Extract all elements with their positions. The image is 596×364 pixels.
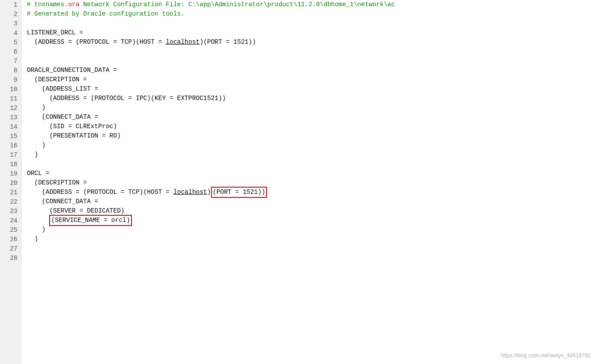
code-line: (SERVICE_NAME = orcl): [27, 216, 596, 225]
code-segment: (ADDRESS = (PROTOCOL = TCP)(HOST =: [27, 38, 166, 47]
code-segment: (PRESENTATION = RO): [27, 131, 121, 141]
code-segment: (CONNECT_DATA =: [27, 197, 98, 206]
code-content: # tnsnames.ora Network Configuration Fil…: [21, 0, 596, 364]
line-number: 18: [0, 159, 21, 169]
line-number: 14: [0, 122, 21, 131]
code-line: ORCL =: [27, 169, 596, 178]
code-segment: (DESCRIPTION =: [27, 178, 87, 188]
line-number: 11: [0, 94, 21, 103]
code-segment: [27, 216, 49, 225]
line-number: 6: [0, 47, 21, 56]
line-number: 12: [0, 103, 21, 113]
line-number: 24: [0, 216, 21, 225]
code-line: # Generated by Oracle configuration tool…: [27, 9, 596, 19]
line-number: 17: [0, 150, 21, 159]
code-segment: ): [207, 188, 211, 197]
line-number: 23: [0, 206, 21, 216]
code-line: ORACLR_CONNECTION_DATA =: [27, 66, 596, 75]
code-line: (SID = CLRExtProc): [27, 122, 596, 131]
code-segment: )(PORT = 1521)): [199, 38, 256, 47]
code-segment: (ADDRESS = (PROTOCOL = IPC)(KEY = EXTPRO…: [27, 94, 226, 103]
code-segment: localhost: [166, 38, 200, 47]
line-number: 5: [0, 38, 21, 47]
code-line: [27, 159, 596, 169]
line-number-gutter: 1234567891011121314151617181920212223242…: [0, 0, 21, 364]
code-segment: ): [27, 234, 38, 244]
watermark: https://blog.csdn.net/weiyn_44618792: [501, 352, 591, 359]
code-line: ): [27, 225, 596, 234]
code-line: (DESCRIPTION =: [27, 178, 596, 188]
code-segment: ora: [68, 0, 79, 9]
code-segment: # Generated by Oracle configuration tool…: [27, 9, 185, 19]
code-segment: (SERVER = DEDICATED): [27, 206, 124, 216]
code-line: [27, 47, 596, 56]
line-number: 4: [0, 28, 21, 38]
code-viewer: 1234567891011121314151617181920212223242…: [0, 0, 596, 364]
code-line: [27, 244, 596, 253]
code-line: [27, 19, 596, 28]
code-line: (CONNECT_DATA =: [27, 113, 596, 122]
code-line: ): [27, 141, 596, 150]
line-number: 28: [0, 253, 21, 263]
line-number: 8: [0, 66, 21, 75]
code-line: (CONNECT_DATA =: [27, 197, 596, 206]
code-line: ): [27, 103, 596, 113]
code-line: ): [27, 234, 596, 244]
line-number: 19: [0, 169, 21, 178]
line-number: 20: [0, 178, 21, 188]
code-line: ): [27, 150, 596, 159]
code-segment: ): [27, 103, 46, 113]
line-number: 13: [0, 113, 21, 122]
code-line: [27, 56, 596, 66]
code-line: LISTENER_ORCL =: [27, 28, 596, 38]
line-number: 27: [0, 244, 21, 253]
code-segment: (CONNECT_DATA =: [27, 113, 98, 122]
line-number: 25: [0, 225, 21, 234]
code-segment: (PORT = 1521)): [211, 187, 267, 198]
code-segment: ): [27, 141, 46, 150]
line-number: 21: [0, 188, 21, 197]
code-segment: # tnsnames.: [27, 0, 68, 9]
code-segment: (SID = CLRExtProc): [27, 122, 117, 131]
line-number: 3: [0, 19, 21, 28]
code-segment: (SERVICE_NAME = orcl): [49, 215, 131, 226]
code-line: (ADDRESS_LIST =: [27, 84, 596, 94]
code-line: (PRESENTATION = RO): [27, 131, 596, 141]
code-segment: ORCL =: [27, 169, 49, 178]
code-segment: ): [27, 150, 38, 159]
code-line: [27, 253, 596, 263]
code-segment: (ADDRESS = (PROTOCOL = TCP)(HOST =: [27, 188, 173, 197]
code-segment: (DESCRIPTION =: [27, 75, 87, 84]
code-segment: Network Configuration File: C:\app\Admin…: [80, 0, 395, 9]
code-segment: ORACLR_CONNECTION_DATA =: [27, 66, 117, 75]
code-line: (ADDRESS = (PROTOCOL = IPC)(KEY = EXTPRO…: [27, 94, 596, 103]
line-number: 2: [0, 9, 21, 19]
code-line: (ADDRESS = (PROTOCOL = TCP)(HOST = local…: [27, 188, 596, 197]
line-number: 7: [0, 56, 21, 66]
line-number: 10: [0, 84, 21, 94]
line-number: 22: [0, 197, 21, 206]
code-line: # tnsnames.ora Network Configuration Fil…: [27, 0, 596, 9]
code-segment: ): [27, 225, 46, 234]
line-number: 15: [0, 131, 21, 141]
code-line: (ADDRESS = (PROTOCOL = TCP)(HOST = local…: [27, 38, 596, 47]
line-number: 9: [0, 75, 21, 84]
code-line: (DESCRIPTION =: [27, 75, 596, 84]
line-number: 16: [0, 141, 21, 150]
code-segment: LISTENER_ORCL =: [27, 28, 83, 38]
code-line: (SERVER = DEDICATED): [27, 206, 596, 216]
code-segment: (ADDRESS_LIST =: [27, 84, 98, 94]
line-number: 26: [0, 234, 21, 244]
code-segment: localhost: [173, 188, 207, 197]
line-number: 1: [0, 0, 21, 9]
